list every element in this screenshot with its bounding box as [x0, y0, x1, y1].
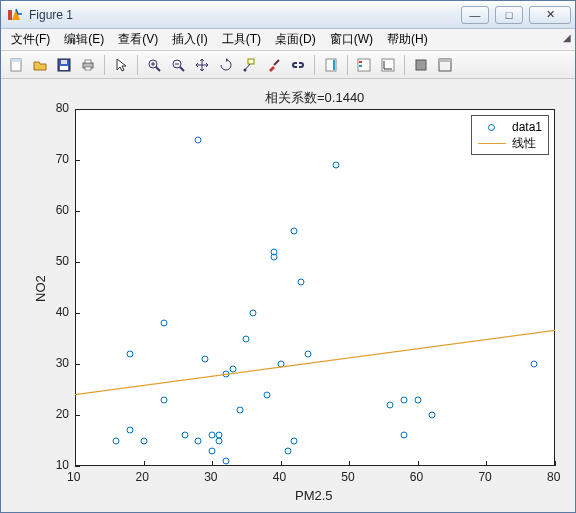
- print-icon[interactable]: [77, 54, 99, 76]
- svg-rect-4: [60, 66, 68, 70]
- open-icon[interactable]: [29, 54, 51, 76]
- data-point[interactable]: [113, 437, 120, 444]
- menu-insert[interactable]: 插入(I): [166, 29, 213, 50]
- data-point[interactable]: [291, 228, 298, 235]
- data-cursor-icon[interactable]: [239, 54, 261, 76]
- pan-icon[interactable]: [191, 54, 213, 76]
- menu-window[interactable]: 窗口(W): [324, 29, 379, 50]
- data-point[interactable]: [161, 320, 168, 327]
- new-figure-icon[interactable]: [5, 54, 27, 76]
- x-tick: [212, 461, 213, 466]
- data-point[interactable]: [126, 427, 133, 434]
- y-axis-label: NO2: [33, 275, 48, 302]
- data-point[interactable]: [277, 361, 284, 368]
- y-tick-label: 70: [45, 152, 69, 166]
- svg-line-10: [156, 67, 160, 71]
- close-button[interactable]: ✕: [529, 6, 571, 24]
- toolbar-separator: [104, 55, 105, 75]
- data-point[interactable]: [243, 335, 250, 342]
- y-tick: [75, 415, 80, 416]
- pointer-icon[interactable]: [110, 54, 132, 76]
- y-tick: [75, 262, 80, 263]
- data-point[interactable]: [531, 361, 538, 368]
- zoom-out-icon[interactable]: [167, 54, 189, 76]
- data-point[interactable]: [222, 371, 229, 378]
- menu-desktop[interactable]: 桌面(D): [269, 29, 322, 50]
- legend[interactable]: data1 线性: [471, 115, 549, 155]
- y-tick: [75, 211, 80, 212]
- svg-rect-28: [416, 60, 426, 70]
- data-point[interactable]: [414, 396, 421, 403]
- data-point[interactable]: [209, 447, 216, 454]
- menu-help[interactable]: 帮助(H): [381, 29, 434, 50]
- x-tick-label: 20: [136, 470, 149, 484]
- insert-axes-icon[interactable]: [377, 54, 399, 76]
- data-point[interactable]: [250, 310, 257, 317]
- data-point[interactable]: [195, 437, 202, 444]
- svg-rect-16: [248, 59, 254, 64]
- data-point[interactable]: [298, 279, 305, 286]
- data-point[interactable]: [428, 412, 435, 419]
- legend-entry-data1: data1: [478, 119, 542, 135]
- data-point[interactable]: [222, 457, 229, 464]
- matlab-icon: [7, 7, 23, 23]
- y-tick-label: 80: [45, 101, 69, 115]
- data-point[interactable]: [236, 406, 243, 413]
- titlebar[interactable]: Figure 1 — □ ✕: [1, 1, 575, 29]
- y-tick: [75, 466, 80, 467]
- x-tick-label: 10: [67, 470, 80, 484]
- data-point[interactable]: [195, 136, 202, 143]
- svg-line-19: [274, 60, 279, 65]
- svg-rect-8: [85, 67, 91, 70]
- data-point[interactable]: [229, 366, 236, 373]
- hide-tools-icon[interactable]: [410, 54, 432, 76]
- axes[interactable]: [75, 109, 555, 466]
- menu-edit[interactable]: 编辑(E): [58, 29, 110, 50]
- data-point[interactable]: [401, 396, 408, 403]
- colorbar-icon[interactable]: [320, 54, 342, 76]
- window-controls: — □ ✕: [461, 6, 571, 24]
- data-point[interactable]: [284, 447, 291, 454]
- menu-tools[interactable]: 工具(T): [216, 29, 267, 50]
- svg-point-18: [244, 68, 247, 71]
- figure-window: Figure 1 — □ ✕ 文件(F) 编辑(E) 查看(V) 插入(I) 工…: [0, 0, 576, 513]
- x-tick: [281, 461, 282, 466]
- menu-overflow-icon[interactable]: ◢: [563, 32, 571, 43]
- plot-area: 相关系数=0.1440 PM2.5 NO2 data1 线性 102030405…: [1, 79, 575, 512]
- insert-legend-icon[interactable]: [353, 54, 375, 76]
- data-point[interactable]: [181, 432, 188, 439]
- svg-rect-7: [85, 60, 91, 63]
- svg-rect-2: [11, 59, 21, 62]
- data-point[interactable]: [216, 437, 223, 444]
- svg-rect-5: [61, 60, 67, 64]
- data-point[interactable]: [291, 437, 298, 444]
- data-point[interactable]: [140, 437, 147, 444]
- data-point[interactable]: [161, 396, 168, 403]
- rotate-icon[interactable]: [215, 54, 237, 76]
- data-point[interactable]: [202, 355, 209, 362]
- minimize-button[interactable]: —: [461, 6, 489, 24]
- x-tick-label: 40: [273, 470, 286, 484]
- x-tick-label: 30: [204, 470, 217, 484]
- maximize-button[interactable]: □: [495, 6, 523, 24]
- data-point[interactable]: [264, 391, 271, 398]
- data-point[interactable]: [305, 350, 312, 357]
- y-tick-label: 50: [45, 254, 69, 268]
- save-icon[interactable]: [53, 54, 75, 76]
- toolbar-separator: [404, 55, 405, 75]
- dock-icon[interactable]: [434, 54, 456, 76]
- data-point[interactable]: [270, 253, 277, 260]
- data-point[interactable]: [332, 162, 339, 169]
- x-tick-label: 50: [341, 470, 354, 484]
- brush-icon[interactable]: [263, 54, 285, 76]
- link-icon[interactable]: [287, 54, 309, 76]
- data-point[interactable]: [401, 432, 408, 439]
- y-tick-label: 30: [45, 356, 69, 370]
- data-point[interactable]: [387, 401, 394, 408]
- legend-entry-fit: 线性: [478, 135, 542, 151]
- zoom-in-icon[interactable]: [143, 54, 165, 76]
- menu-view[interactable]: 查看(V): [112, 29, 164, 50]
- menu-file[interactable]: 文件(F): [5, 29, 56, 50]
- data-point[interactable]: [126, 350, 133, 357]
- legend-label: 线性: [512, 135, 536, 152]
